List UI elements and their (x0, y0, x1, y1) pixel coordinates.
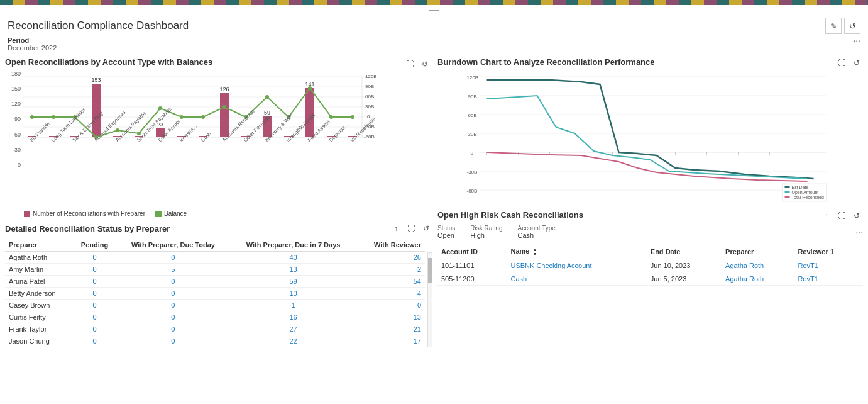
th-preparer: Preparer (5, 238, 73, 252)
period-container: Period December 2022 ··· (0, 35, 868, 54)
cell-with-reviewer: 13 (356, 311, 425, 323)
cell-due-7days: 40 (230, 252, 357, 264)
cell-pending: 0 (73, 264, 116, 276)
svg-rect-98 (785, 196, 790, 198)
svg-text:60B: 60B (365, 94, 374, 99)
y-axis-left: 1801501209060300 (5, 70, 23, 209)
filter-status-label: Status (437, 225, 455, 232)
high-risk-expand[interactable]: ⛶ (835, 210, 848, 222)
burndown-refresh[interactable]: ↺ (850, 57, 863, 69)
burndown-expand[interactable]: ⛶ (835, 57, 848, 69)
svg-rect-96 (785, 191, 790, 193)
bar-chart-section: Open Reconciliations by Account Type wit… (5, 54, 432, 220)
table-export-btn[interactable]: ↑ (390, 222, 402, 235)
left-panel: Open Reconciliations by Account Type wit… (5, 54, 432, 401)
table-header-row: Preparer Pending With Preparer, Due Toda… (5, 238, 425, 252)
svg-text:0: 0 (471, 150, 474, 156)
bar-chart-legend: Number of Reconciliations with Preparer … (5, 210, 432, 217)
cell-with-reviewer: 0 (356, 300, 425, 311)
name-sort-arrows[interactable]: ▲▼ (533, 247, 537, 256)
cell-with-reviewer: 17 (356, 335, 425, 347)
detailed-table-title: Detailed Reconciliation Status by Prepar… (5, 224, 170, 233)
legend-bars: Number of Reconciliations with Preparer (24, 210, 145, 217)
svg-text:Investm...: Investm... (179, 124, 198, 143)
page-header: Reconciliation Compliance Dashboard ✎ ↺ (0, 15, 868, 35)
svg-text:90B: 90B (365, 84, 374, 89)
svg-point-41 (308, 86, 312, 90)
period-three-dots[interactable]: ··· (853, 35, 860, 45)
table-scroll[interactable]: Preparer Pending With Preparer, Due Toda… (5, 238, 432, 347)
svg-rect-18 (220, 93, 229, 137)
filter-risk-label: Risk Rating (470, 225, 502, 232)
drag-handle[interactable]: — (0, 6, 868, 14)
cell-reviewer: RevT1 (794, 272, 863, 286)
th-end-date: End Date (647, 245, 722, 259)
table-row: Betty Anderson 0 0 10 4 (5, 288, 425, 300)
detailed-table-section: Detailed Reconciliation Status by Prepar… (5, 220, 432, 401)
cell-preparer: Curtis Feitty (5, 311, 73, 323)
cell-due-today: 0 (116, 311, 230, 323)
high-risk-refresh[interactable]: ↺ (850, 210, 863, 222)
cell-due-7days: 13 (230, 264, 357, 276)
cell-account-id: 101-11101 (437, 259, 507, 272)
high-risk-table: Account ID Name ▲▼ End Date Preparer Rev… (437, 245, 863, 286)
svg-text:Open Amount: Open Amount (792, 190, 819, 195)
svg-point-29 (52, 115, 55, 119)
filter-account-type: Account Type Cash (518, 225, 556, 239)
cell-due-today: 0 (116, 323, 230, 335)
refresh-button[interactable]: ↺ (844, 18, 860, 34)
table-refresh-btn[interactable]: ↺ (420, 222, 432, 235)
high-risk-section: Open High Risk Cash Reconciliations ↑ ⛶ … (437, 207, 863, 401)
bar-chart-title: Open Reconciliations by Account Type wit… (5, 57, 212, 67)
legend-line-label: Balance (164, 210, 187, 217)
svg-point-35 (180, 115, 184, 119)
svg-point-34 (158, 106, 162, 110)
cell-due-7days: 16 (230, 311, 357, 323)
svg-text:-30B: -30B (467, 169, 478, 175)
cell-name: USBNK Checking Account (507, 259, 646, 272)
svg-text:-30B: -30B (364, 124, 375, 130)
high-risk-row: 101-11101 USBNK Checking Account Jun 10,… (437, 259, 863, 272)
bar-chart-expand[interactable]: ⛶ (404, 58, 416, 70)
svg-text:Long Term Liabilities: Long Term Liabilities (50, 107, 87, 143)
scrollbar-track[interactable] (427, 252, 432, 347)
svg-text:30B: 30B (468, 132, 477, 137)
svg-text:Deprecia...: Deprecia... (328, 122, 349, 143)
table-expand-btn[interactable]: ⛶ (405, 222, 417, 235)
scrollbar-thumb[interactable] (428, 258, 432, 283)
filter-risk-value: High (470, 232, 502, 239)
high-risk-three-dots[interactable]: ··· (855, 227, 863, 237)
burndown-header: Burndown Chart to Analyze Reconciliation… (437, 57, 863, 69)
cell-due-today: 0 (116, 335, 230, 347)
cell-account-id: 505-11200 (437, 272, 507, 286)
table-row: Curtis Feitty 0 0 16 13 (5, 311, 425, 323)
cell-reviewer: RevT1 (794, 259, 863, 272)
cell-pending: 0 (73, 335, 116, 347)
svg-text:60B: 60B (468, 113, 477, 118)
edit-button[interactable]: ✎ (825, 18, 842, 34)
burndown-chart-svg: 120B 90B 60B 30B 0 -30B -60B (437, 70, 863, 203)
svg-text:-60B: -60B (467, 188, 478, 194)
cell-preparer: Aruna Patel (5, 276, 73, 288)
legend-bars-label: Number of Reconciliations with Preparer (33, 210, 145, 217)
table-row: Aruna Patel 0 0 59 54 (5, 276, 425, 288)
svg-text:120B: 120B (467, 75, 479, 81)
filter-acct-value: Cash (518, 232, 556, 239)
cell-due-today: 0 (116, 300, 230, 311)
svg-point-37 (222, 105, 226, 109)
svg-text:30B: 30B (365, 104, 374, 109)
th-due-7days: With Preparer, Due in 7 Days (230, 238, 357, 252)
cell-due-today: 0 (116, 252, 230, 264)
bar-chart-refresh[interactable]: ↺ (419, 58, 431, 70)
cell-due-7days: 59 (230, 276, 357, 288)
table-section-header: Detailed Reconciliation Status by Prepar… (5, 222, 432, 235)
high-risk-export[interactable]: ↑ (820, 210, 833, 222)
bar-chart-svg: 153 23 126 (23, 70, 393, 209)
svg-text:153: 153 (91, 77, 101, 83)
filter-row: Status Open Risk Rating High Account Typ… (437, 225, 863, 242)
svg-text:90B: 90B (468, 94, 477, 99)
cell-pending: 0 (73, 323, 116, 335)
burndown-section: Burndown Chart to Analyze Reconciliation… (437, 54, 863, 207)
high-risk-title: Open High Risk Cash Reconciliations (437, 210, 583, 220)
period-value: December 2022 (8, 44, 860, 52)
